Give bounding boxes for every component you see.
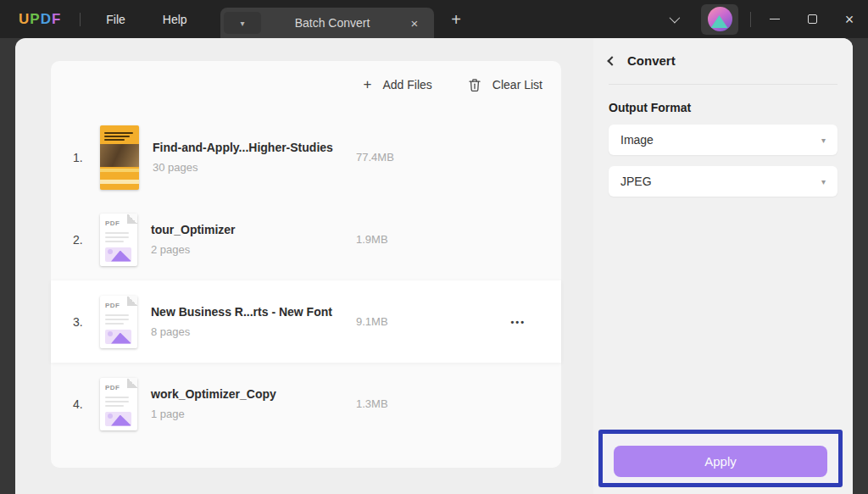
more-options-button[interactable]: ••• xyxy=(510,317,526,327)
maximize-button[interactable] xyxy=(793,0,831,38)
file-name: tour_Optimizer xyxy=(151,223,236,236)
tab-close-button[interactable]: × xyxy=(403,16,426,31)
file-size: 77.4MB xyxy=(356,151,394,164)
logo-letter-2: D xyxy=(41,11,52,28)
minimize-button[interactable] xyxy=(756,0,793,38)
main-content: + Add Files Clear List 1. xyxy=(15,38,853,494)
image-placeholder xyxy=(105,247,131,262)
clear-list-label: Clear List xyxy=(492,78,542,92)
close-button[interactable]: × xyxy=(831,0,868,38)
apply-button[interactable]: Apply xyxy=(614,446,827,477)
pdf-label: PDF xyxy=(105,219,120,227)
pdf-file-icon: PDF xyxy=(100,378,137,430)
tab-label: Batch Convert xyxy=(261,16,403,30)
file-pages: 30 pages xyxy=(153,161,333,174)
minimize-icon xyxy=(770,19,780,19)
chevron-down-icon: ▾ xyxy=(240,19,244,28)
subformat-dropdown-value: JPEG xyxy=(620,175,652,188)
maximize-icon xyxy=(808,14,817,24)
plus-icon: + xyxy=(364,76,372,93)
chevron-down-icon: ▾ xyxy=(821,136,826,145)
file-index: 1. xyxy=(73,151,90,164)
chevron-down-icon xyxy=(669,13,680,24)
file-name: work_Optimizer_Copy xyxy=(151,387,276,401)
avatar-graphic xyxy=(711,15,728,28)
file-rows: 1. Find-and-Apply...Higher-Studies 30 pa… xyxy=(51,116,561,445)
file-size: 1.9MB xyxy=(356,233,388,246)
trash-icon xyxy=(468,78,481,92)
file-size: 9.1MB xyxy=(356,315,388,328)
file-row-2[interactable]: 2. PDF tour_Optimizer 2 pages 1.9MB xyxy=(51,198,561,280)
file-list-panel: + Add Files Clear List 1. xyxy=(51,61,561,468)
account-button[interactable] xyxy=(701,4,738,35)
menu-file[interactable]: File xyxy=(94,8,137,31)
output-format-label: Output Format xyxy=(609,101,691,114)
pdf-label: PDF xyxy=(105,302,120,309)
add-files-button[interactable]: + Add Files xyxy=(364,76,432,93)
logo-letter-0: U xyxy=(19,11,30,28)
logo-letter-1: P xyxy=(30,11,40,28)
file-index: 4. xyxy=(73,397,90,411)
back-chevron-icon[interactable] xyxy=(607,56,616,65)
format-dropdown-value: Image xyxy=(620,133,654,147)
titlebar: UPDF File Help ▾ Batch Convert × + × xyxy=(0,0,868,38)
file-index: 2. xyxy=(73,233,90,247)
convert-panel-header: Convert xyxy=(609,53,676,68)
clear-list-button[interactable]: Clear List xyxy=(468,78,542,92)
menu-help[interactable]: Help xyxy=(151,8,199,31)
pdf-label: PDF xyxy=(105,384,120,391)
file-size: 1.3MB xyxy=(356,397,388,410)
titlebar-divider xyxy=(750,12,751,27)
file-row-3[interactable]: 3. PDF New Business R...rts - New Font 8… xyxy=(51,280,561,363)
image-placeholder xyxy=(105,330,131,344)
page-fold xyxy=(127,296,137,306)
apply-highlight-box: Apply xyxy=(598,430,843,487)
subformat-dropdown[interactable]: JPEG ▾ xyxy=(609,166,837,197)
logo-letter-3: F xyxy=(52,11,61,28)
chevron-down-icon: ▾ xyxy=(821,177,826,186)
list-toolbar: + Add Files Clear List xyxy=(364,76,542,93)
add-files-label: Add Files xyxy=(383,78,432,92)
cover-photo xyxy=(100,144,139,167)
file-thumbnail-cover xyxy=(100,125,139,190)
updf-logo: UPDF xyxy=(19,11,61,28)
close-icon: × xyxy=(845,12,854,27)
new-tab-button[interactable]: + xyxy=(444,10,468,30)
format-dropdown[interactable]: Image ▾ xyxy=(609,125,837,155)
tab-batch-convert[interactable]: ▾ Batch Convert × xyxy=(220,8,434,38)
file-pages: 8 pages xyxy=(151,325,332,338)
titlebar-dropdown-button[interactable] xyxy=(659,15,687,23)
convert-panel: Convert Output Format Image ▾ JPEG ▾ App… xyxy=(593,38,853,494)
page-fold xyxy=(127,214,137,224)
pdf-file-icon: PDF xyxy=(100,214,137,266)
file-name: New Business R...rts - New Font xyxy=(151,305,332,319)
tab-dropdown-button[interactable]: ▾ xyxy=(224,12,261,34)
file-row-1[interactable]: 1. Find-and-Apply...Higher-Studies 30 pa… xyxy=(51,116,561,198)
pdf-file-icon: PDF xyxy=(100,296,137,348)
file-name: Find-and-Apply...Higher-Studies xyxy=(153,141,333,154)
file-pages: 2 pages xyxy=(151,243,236,256)
file-row-4[interactable]: 4. PDF work_Optimizer_Copy 1 page 1.3MB xyxy=(51,363,561,445)
panel-divider xyxy=(609,84,837,85)
file-pages: 1 page xyxy=(151,408,276,420)
file-index: 3. xyxy=(73,315,90,329)
panel-title: Convert xyxy=(627,53,676,68)
page-fold xyxy=(127,378,137,388)
image-placeholder xyxy=(105,412,131,426)
avatar xyxy=(708,7,732,31)
logo-divider xyxy=(80,13,81,26)
